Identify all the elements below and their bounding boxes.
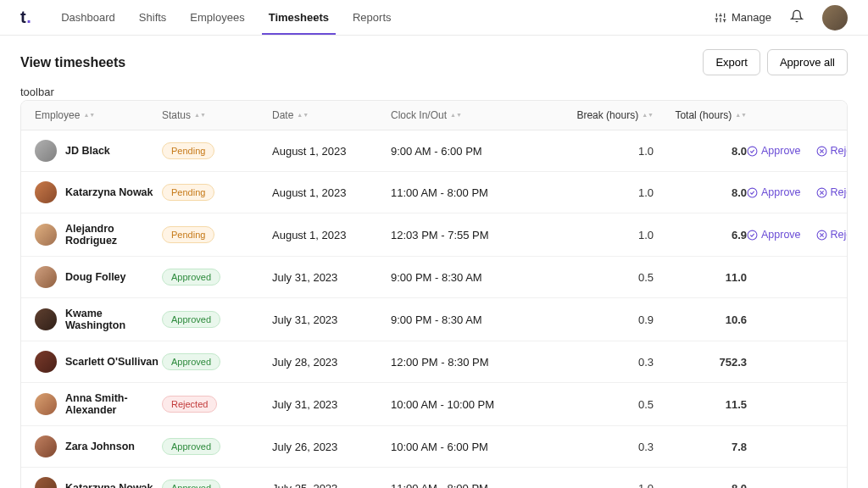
nav-item-shifts[interactable]: Shifts: [139, 1, 167, 34]
timesheet-table: Employee▲▼ Status▲▼ Date▲▼ Clock In/Out▲…: [20, 100, 848, 488]
date-cell: July 25, 2023: [272, 482, 391, 489]
manage-label: Manage: [732, 11, 771, 24]
clock-cell: 9:00 PM - 8:30 AM: [391, 271, 535, 284]
col-date[interactable]: Date▲▼: [272, 109, 391, 121]
avatar: [35, 266, 57, 288]
page-title: View timesheets: [20, 55, 703, 70]
col-employee[interactable]: Employee▲▼: [35, 109, 162, 121]
status-badge: Approved: [162, 353, 220, 370]
employee-cell: Doug Folley: [35, 266, 162, 288]
total-cell: 10.6: [654, 313, 747, 326]
employee-cell: Katarzyna Nowak: [35, 181, 162, 203]
approve-all-button[interactable]: Approve all: [767, 49, 848, 75]
employee-cell: JD Black: [35, 140, 162, 162]
employee-cell: Katarzyna Nowak: [35, 477, 162, 488]
col-break[interactable]: Break (hours)▲▼: [535, 109, 654, 121]
avatar: [35, 477, 57, 488]
user-avatar[interactable]: [822, 5, 848, 30]
date-cell: July 28, 2023: [272, 356, 391, 369]
date-cell: August 1, 2023: [272, 229, 391, 241]
actions-cell: ApproveReject: [747, 145, 848, 157]
avatar: [35, 224, 57, 246]
reject-button[interactable]: Reject: [816, 145, 848, 157]
reject-button[interactable]: Reject: [816, 186, 848, 198]
status-cell: Pending: [162, 184, 272, 201]
sort-icon: ▲▼: [194, 114, 206, 117]
break-cell: 0.9: [535, 313, 654, 326]
status-cell: Approved: [162, 353, 272, 370]
approve-button[interactable]: Approve: [747, 229, 801, 241]
status-cell: Pending: [162, 142, 272, 159]
avatar: [35, 140, 57, 162]
date-cell: July 31, 2023: [272, 313, 391, 326]
reject-button[interactable]: Reject: [816, 229, 848, 241]
table-row: Katarzyna NowakApprovedJuly 25, 202311:0…: [21, 468, 847, 488]
date-cell: July 31, 2023: [272, 398, 391, 411]
nav-item-dashboard[interactable]: Dashboard: [61, 1, 115, 34]
nav-item-employees[interactable]: Employees: [190, 1, 244, 34]
sort-icon: ▲▼: [297, 114, 309, 117]
table-row: Anna Smith-AlexanderRejectedJuly 31, 202…: [21, 383, 847, 426]
employee-name: Scarlett O'Sullivan: [65, 356, 159, 368]
total-cell: 8.0: [654, 145, 747, 158]
break-cell: 1.0: [535, 186, 654, 199]
sort-icon: ▲▼: [735, 114, 747, 117]
status-badge: Pending: [162, 184, 214, 201]
total-cell: 11.5: [654, 398, 747, 411]
clock-cell: 12:00 PM - 8:30 PM: [391, 356, 535, 369]
date-cell: August 1, 2023: [272, 186, 391, 199]
approve-button[interactable]: Approve: [747, 145, 801, 157]
logo[interactable]: t.: [20, 8, 31, 27]
col-status[interactable]: Status▲▼: [162, 109, 272, 121]
col-total[interactable]: Total (hours)▲▼: [654, 109, 747, 121]
employee-name: Anna Smith-Alexander: [65, 392, 162, 416]
date-cell: August 1, 2023: [272, 145, 391, 158]
break-cell: 1.0: [535, 229, 654, 241]
nav-item-timesheets[interactable]: Timesheets: [269, 1, 329, 34]
status-cell: Rejected: [162, 396, 272, 413]
table-row: Katarzyna NowakPendingAugust 1, 202311:0…: [21, 172, 847, 214]
avatar: [35, 308, 57, 330]
break-cell: 1.0: [535, 145, 654, 158]
avatar: [35, 181, 57, 203]
actions-cell: ApproveReject: [747, 229, 848, 241]
status-cell: Pending: [162, 226, 272, 243]
clock-cell: 11:00 AM - 8:00 PM: [391, 482, 535, 489]
status-cell: Approved: [162, 269, 272, 286]
clock-cell: 11:00 AM - 8:00 PM: [391, 186, 535, 199]
table-row: Doug FolleyApprovedJuly 31, 20239:00 PM …: [21, 257, 847, 298]
nav-item-reports[interactable]: Reports: [353, 1, 392, 34]
avatar: [35, 351, 57, 373]
approve-button[interactable]: Approve: [747, 186, 801, 198]
break-cell: 0.3: [535, 356, 654, 369]
employee-cell: Scarlett O'Sullivan: [35, 351, 162, 373]
primary-nav: DashboardShiftsEmployeesTimesheetsReport…: [61, 1, 715, 34]
employee-name: Doug Folley: [65, 271, 126, 283]
total-cell: 752.3: [654, 356, 747, 369]
table-row: Alejandro RodriguezPendingAugust 1, 2023…: [21, 214, 847, 257]
notifications-button[interactable]: [790, 9, 804, 25]
total-cell: 6.9: [654, 229, 747, 241]
status-badge: Pending: [162, 226, 214, 243]
date-cell: July 26, 2023: [272, 441, 391, 453]
status-badge: Approved: [162, 438, 220, 455]
employee-cell: Alejandro Rodriguez: [35, 223, 162, 247]
svg-point-13: [748, 188, 757, 197]
col-clock[interactable]: Clock In/Out▲▼: [391, 109, 535, 121]
break-cell: 0.3: [535, 441, 654, 453]
employee-name: Katarzyna Nowak: [65, 186, 153, 198]
avatar: [35, 435, 57, 458]
table-row: Kwame WashingtonApprovedJuly 31, 20239:0…: [21, 298, 847, 341]
manage-link[interactable]: Manage: [715, 11, 771, 24]
status-badge: Approved: [162, 480, 220, 488]
topbar: t. DashboardShiftsEmployeesTimesheetsRep…: [0, 0, 868, 36]
employee-name: Kwame Washington: [65, 308, 162, 331]
employee-name: JD Black: [65, 145, 110, 157]
status-cell: Approved: [162, 480, 272, 488]
status-badge: Approved: [162, 311, 220, 328]
export-button[interactable]: Export: [703, 49, 760, 75]
status-badge: Pending: [162, 142, 214, 159]
clock-cell: 10:00 AM - 10:00 PM: [391, 398, 535, 411]
table-row: JD BlackPendingAugust 1, 20239:00 AM - 6…: [21, 130, 847, 172]
toolbar-label: toolbar: [20, 86, 848, 98]
